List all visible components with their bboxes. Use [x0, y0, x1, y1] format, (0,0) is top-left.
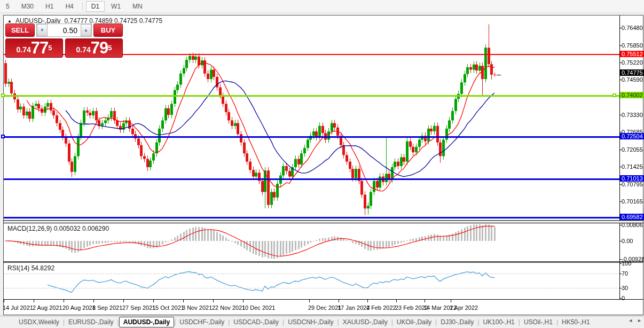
macd-rsi-separator[interactable]: [3, 261, 643, 262]
price-tick-label: 0.72055: [622, 146, 643, 153]
macd-label: MACD(12,26,9) 0.005032 0.006290: [7, 225, 109, 232]
macd-tick-label: 0.00806: [622, 222, 643, 228]
sell-price-sup: 5: [48, 39, 52, 57]
date-label: 17 Jan 2022: [337, 304, 370, 311]
date-tick: [213, 300, 214, 302]
rsi-tick-label: 0: [622, 295, 625, 301]
date-label: 8 Sep 2021: [92, 304, 122, 311]
support3-price: 0.69582: [620, 214, 644, 220]
sell-button[interactable]: SELL: [5, 24, 35, 37]
buy-price-small: 0.74: [76, 44, 91, 56]
price-tick-label: 0.73330: [622, 112, 643, 118]
trading-app-window: 5M30H1H4D1W1MN ▲ AUDUSD-,Daily 0.74777 0…: [0, 0, 644, 328]
rsi-level-line: [4, 288, 619, 288]
rsi-pane-top-border: [3, 262, 643, 263]
price-tick-label: 0.70795: [622, 181, 643, 188]
date-tick: [34, 300, 34, 302]
sell-price-small: 0.74: [17, 44, 31, 56]
price-tick-label: 0.74590: [622, 76, 643, 83]
rsi-label: RSI(14) 54.8292: [7, 264, 54, 272]
date-label: 10 Dec 2021: [242, 304, 275, 311]
volume-input[interactable]: [48, 24, 81, 36]
date-tick: [309, 300, 310, 302]
date-tick: [425, 300, 425, 302]
date-tick: [243, 300, 244, 302]
date-label: 22 Nov 2021: [212, 304, 245, 311]
date-tick: [123, 300, 124, 302]
date-tick: [367, 300, 368, 302]
buy-price-sup: 5: [108, 39, 112, 57]
date-label: 27 Sep 2021: [122, 304, 155, 311]
green-level-line-marker[interactable]: [1, 93, 5, 97]
volume-spinner: ▼ ▲: [36, 24, 92, 37]
date-label: 3 Nov 2021: [182, 304, 212, 311]
date-label: 29 Dec 2021: [308, 304, 341, 311]
resistance-price: 0.75512: [620, 51, 644, 57]
price-tick-label: 0.70165: [622, 198, 643, 205]
sell-price-box[interactable]: 0.74 77 5: [5, 38, 63, 58]
date-label: 4 Feb 2022: [366, 304, 396, 311]
price-tick-label: 0.76480: [622, 25, 643, 31]
support-line-2[interactable]: [4, 178, 619, 180]
date-tick: [396, 300, 397, 302]
rsi-tick-label: 30: [622, 285, 628, 291]
macd-tick-label: 0.00: [622, 238, 633, 244]
rsi-tick-label: 70: [622, 270, 628, 277]
date-label: 20 Aug 2021: [62, 304, 96, 311]
sell-price-big: 77: [31, 40, 48, 56]
date-label: 2 Aug 2021: [33, 304, 62, 311]
date-label: 1 Apr 2022: [450, 304, 478, 311]
rsi-tick-label: 100: [622, 260, 631, 267]
buy-price-box[interactable]: 0.74 79 5: [65, 38, 123, 58]
volume-decrease-button[interactable]: ▼: [37, 24, 48, 36]
support-line-1[interactable]: [4, 136, 619, 138]
date-tick: [451, 300, 451, 302]
support-line-3[interactable]: [4, 217, 619, 218]
date-tick: [64, 300, 64, 302]
date-label: 14 Jul 2021: [3, 304, 33, 311]
date-tick: [4, 300, 4, 302]
support-line-1-marker[interactable]: [1, 135, 5, 138]
price-tick-label: 0.75850: [622, 42, 643, 49]
buy-price-big: 79: [91, 40, 108, 56]
date-tick: [153, 300, 154, 302]
price-tick-label: 0.71425: [622, 163, 643, 170]
support2-price: 0.71013: [620, 175, 644, 182]
expand-arrow-icon[interactable]: ▲: [7, 19, 12, 24]
green-level-line-marker[interactable]: [612, 93, 616, 97]
date-tick: [339, 300, 339, 302]
one-click-trading-panel: SELL ▼ ▲ BUY 0.74 77 5 0.74 79 5: [5, 24, 123, 58]
rsi-level-line: [4, 274, 619, 274]
macd-pane-top-border: [3, 223, 643, 223]
price-axis-border: [619, 15, 620, 300]
green-level-line[interactable]: [4, 95, 619, 97]
support1-price: 0.72504: [620, 133, 644, 139]
green-level-price: 0.74002: [620, 92, 644, 98]
date-label: 15 Oct 2021: [152, 304, 184, 311]
date-tick: [93, 300, 94, 302]
buy-button[interactable]: BUY: [93, 24, 123, 37]
volume-increase-button[interactable]: ▲: [81, 24, 91, 36]
price-tick-label: 0.75220: [622, 59, 643, 66]
rsi-date-separator: [3, 299, 643, 300]
date-tick: [183, 300, 184, 302]
current-price: 0.74775: [620, 69, 644, 76]
